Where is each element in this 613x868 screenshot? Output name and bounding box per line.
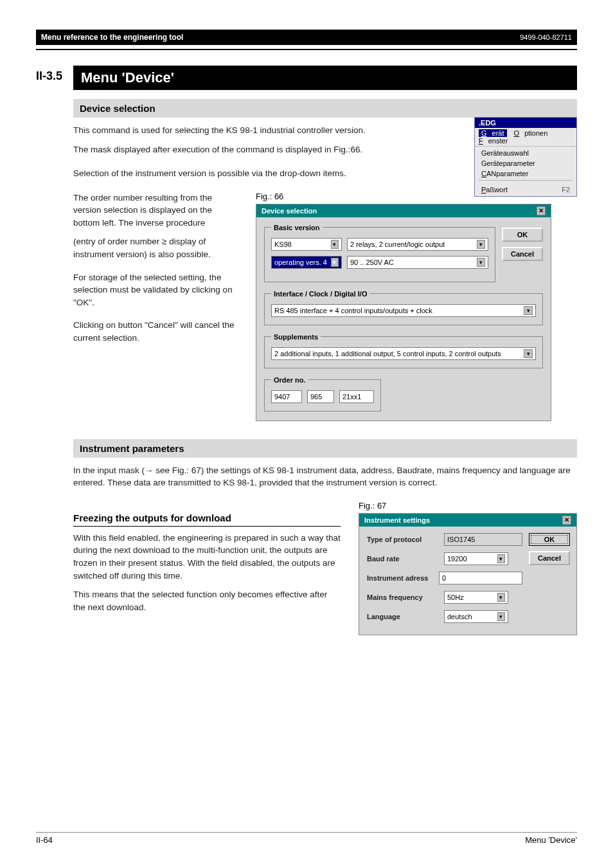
freezing-p2: This means that the selected function on… (73, 588, 341, 613)
chevron-down-icon[interactable]: ▾ (524, 306, 533, 315)
mains-frequency-select[interactable]: ▾ (444, 591, 508, 604)
language-select[interactable]: ▾ (444, 610, 508, 623)
instrument-address-field[interactable] (439, 572, 522, 584)
menu-fenster[interactable]: Fenster (479, 137, 508, 145)
ks98-value[interactable] (274, 240, 331, 248)
edg-window-title: .EDG (475, 118, 576, 128)
interface-value[interactable] (274, 307, 524, 314)
dialog-title-bar: Device selection ✕ (256, 204, 551, 217)
device-selection-p6: For storage of the selected setting, the… (73, 271, 240, 309)
operating-version-select[interactable]: ▾ (271, 256, 342, 269)
menu-optionen[interactable]: Optionen (514, 129, 548, 137)
menu-item-gerateauswahl[interactable]: Geräteauswahl (475, 148, 576, 158)
relays-value[interactable] (350, 240, 477, 248)
order-no-b[interactable] (307, 390, 334, 403)
device-selection-dialog: Device selection ✕ OK Cancel Basic versi… (256, 204, 551, 421)
fig67-caption: Fig.: 67 (359, 501, 577, 511)
mains-frequency-label: Mains frequency (367, 593, 444, 601)
ok-button[interactable]: OK (529, 533, 570, 546)
voltage-select[interactable]: ▾ (347, 256, 488, 269)
section-title: Menu 'Device' (73, 66, 577, 90)
instrument-settings-dialog: Instrument settings ✕ OK Cancel Type of … (359, 513, 577, 635)
chevron-down-icon[interactable]: ▾ (477, 240, 485, 249)
type-of-protocol-label: Type of protocol (367, 536, 444, 543)
dialog-title-bar: Instrument settings ✕ (359, 514, 576, 527)
chevron-down-icon[interactable]: ▾ (497, 593, 505, 602)
dialog-title: Instrument settings (364, 516, 430, 524)
chevron-down-icon[interactable]: ▾ (497, 612, 505, 621)
order-no-legend: Order no. (271, 376, 308, 384)
edg-menu-window: .EDG GGeräterät Optionen Fenster Gerätea… (474, 117, 577, 197)
cancel-button[interactable]: Cancel (502, 247, 543, 261)
menu-gerat[interactable]: GGeräterät (479, 129, 507, 137)
cancel-button[interactable]: Cancel (529, 551, 570, 565)
supplements-legend: Supplements (271, 333, 321, 341)
order-no-a[interactable] (271, 390, 302, 403)
supplements-select[interactable]: ▾ (271, 347, 536, 360)
voltage-value[interactable] (350, 258, 477, 266)
interface-select[interactable]: ▾ (271, 304, 536, 317)
page-footer: II-64 Menu 'Device' (36, 832, 577, 845)
edg-dropdown: Geräteauswahl Geräteparameter CANparamet… (475, 147, 576, 196)
freezing-p1: With this field enabled, the engineering… (73, 532, 341, 582)
device-selection-p7: Clicking on button "Cancel" will cancel … (73, 319, 240, 344)
device-selection-p5: (entry of order number ≥ display of inst… (73, 235, 240, 260)
menu-separator (479, 180, 573, 183)
device-selection-p4: The order number resulting from the vers… (73, 192, 240, 230)
relays-select[interactable]: ▾ (347, 238, 488, 251)
menu-item-gerateparameter[interactable]: Geräteparameter (475, 158, 576, 168)
menu-item-passwort[interactable]: PaßwortF2 (475, 185, 576, 195)
baud-rate-label: Baud rate (367, 555, 444, 563)
ok-button[interactable]: OK (502, 228, 543, 242)
header-rule (36, 49, 577, 50)
edg-menu-bar: GGeräterät Optionen Fenster (475, 128, 576, 147)
header-right: 9499-040-82711 (520, 33, 572, 41)
device-selection-heading: Device selection (73, 99, 577, 118)
operating-version-value[interactable] (274, 258, 331, 266)
close-icon[interactable]: ✕ (537, 206, 546, 215)
ks98-select[interactable]: ▾ (271, 238, 342, 251)
page-header: Menu reference to the engineering tool 9… (36, 30, 577, 45)
close-icon[interactable]: ✕ (562, 516, 571, 525)
instrument-parameters-heading: Instrument parameters (73, 439, 577, 458)
supplements-value[interactable] (274, 350, 524, 357)
basic-version-legend: Basic version (271, 224, 323, 231)
device-selection-p2: The mask displayed after execution of th… (73, 143, 484, 156)
order-no-c[interactable] (339, 390, 374, 403)
header-left: Menu reference to the engineering tool (41, 33, 183, 42)
type-of-protocol-field (444, 533, 522, 546)
instrument-parameters-p1: In the input mask (→ see Fig.: 67) the s… (73, 464, 577, 489)
dialog-title: Device selection (262, 207, 317, 215)
chevron-down-icon[interactable]: ▾ (331, 240, 339, 249)
chevron-down-icon[interactable]: ▾ (497, 554, 505, 563)
chevron-down-icon[interactable]: ▾ (477, 258, 485, 267)
freezing-heading: Freezing the outputs for download (73, 512, 341, 527)
device-selection-p3: Selection of the instrument version is p… (73, 167, 484, 180)
chevron-down-icon[interactable]: ▾ (524, 349, 533, 358)
interface-legend: Interface / Clock / Digital I/O (271, 290, 369, 298)
section-number: II-3.5 (36, 66, 73, 90)
footer-right: Menu 'Device' (525, 835, 577, 845)
chevron-down-icon[interactable]: ▾ (331, 258, 339, 267)
instrument-address-label: Instrument adress (367, 574, 439, 582)
menu-item-canparameter[interactable]: CANparameter (475, 168, 576, 179)
baud-rate-select[interactable]: ▾ (444, 552, 508, 565)
device-selection-p1: This command is used for selecting the K… (73, 124, 484, 137)
language-label: Language (367, 613, 444, 620)
footer-left: II-64 (36, 835, 53, 845)
